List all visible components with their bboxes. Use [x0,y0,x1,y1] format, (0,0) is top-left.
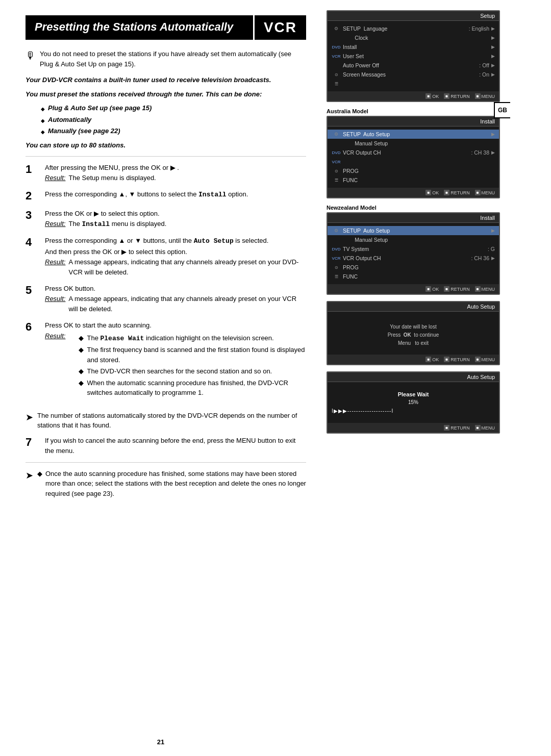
result-5: Result: A message appears, indicating th… [45,294,306,314]
screen-label-manualsetup-au: Manual Setup [343,140,495,146]
note-block-1: 🎙 You do not need to preset the stations… [26,49,306,69]
screen-3-header: Install [328,213,499,223]
result-label-4: Result: [45,257,65,278]
screen-row-autosetup-au: ⚙ SETUP Auto Setup ▶ [328,130,499,139]
screen-row-prog-nz: ⊙ PROG [328,263,499,272]
vcr-icon-3: VCR [332,255,341,262]
screen-5-footer: ■ RETURN ■ MENU [328,423,499,433]
step-5: 5 Press OK button. Result: A message app… [26,284,306,314]
screen-2: Install ⚙ SETUP Auto Setup ▶ Manual Setu… [327,116,500,198]
screen-1-header: Setup [328,11,499,21]
diamond-icon-2: ◆ [41,117,45,124]
bullet-text-2: Automatically [48,115,91,125]
step-content-2: Press the corresponding ▲, ▼ buttons to … [45,189,306,200]
bullet-item-1: ◆ Plug & Auto Set up (see page 15) [41,103,306,113]
footer-ok-1: ■ OK [425,93,439,99]
screen-row-manualsetup-nz: Manual Setup [328,235,499,244]
screen-label-vcroutch-nz: VCR Output CH [343,255,469,261]
screen-1: Setup ⚙ SETUP Language : English ▶ Clock… [327,10,500,102]
step-number-2: 2 [26,189,40,203]
step-content-5: Press OK button. Result: A message appea… [45,284,306,314]
arrow-icon-final: ➤ [26,469,33,483]
func-icon-1: ☰ [332,80,341,87]
step-content-1: After pressing the MENU, press the OK or… [45,163,306,183]
footer-menu-5: ■ MENU [475,425,495,431]
screen-row-screenmsg: ⊙ Screen Messages : On ▶ [328,70,499,79]
step-main-1: After pressing the MENU, press the OK or… [45,163,306,173]
auto-setup-msg-2: Press OK to continue [332,331,495,339]
sub-bullets-6: ◆ The Please Wait indication highlight o… [79,333,306,399]
func-icon-2: ☰ [332,177,341,184]
screen-row-prog-au: ⊙ PROG [328,166,499,175]
screen-row-func-au: ☰ FUNC [328,175,499,185]
screen-1-body: ⚙ SETUP Language : English ▶ Clock ▶ DVD… [328,21,499,91]
australia-model-label: Australia Model [327,108,500,114]
step-number-4: 4 [26,236,40,249]
title-bar: Presetting the Stations Automatically [26,15,253,40]
screen-1-footer: ■ OK ■ RETURN ■ MENU [328,91,499,101]
footer-return-2: ■ RETURN [444,190,469,195]
sub-bullet-6-2: ◆ The first frequency band is scanned an… [79,345,306,365]
page-header: Presetting the Stations Automatically VC… [26,15,306,40]
step-number-6: 6 [26,320,40,334]
diamond-sub-3: ◆ [79,366,84,376]
screen-4-body: Your date will be lost Press OK to conti… [328,312,499,355]
screen-2-body: ⚙ SETUP Auto Setup ▶ Manual Setup DVD VC… [328,127,499,188]
screen-label-install: Install [343,44,487,50]
screen-row-autopoweroff: Auto Power Off : Off ▶ [328,61,499,70]
step-content-7: If you wish to cancel the auto scanning … [45,436,306,456]
divider-2 [26,462,306,463]
sub-bullet-6-3: ◆ The DVD-VCR then searches for the seco… [79,366,306,376]
footer-ok-4: ■ OK [425,357,439,362]
sub-bullet-6-4: ◆ When the automatic scanning procedure … [79,378,306,398]
final-note-row: ➤ ◆ Once the auto scanning procedure has… [26,469,306,500]
step-content-3: Press the OK or ▶ to select this option.… [45,209,306,230]
func-icon-3: ☰ [332,273,341,280]
progress-track-line: I▶▶▶--------------------I [328,407,499,420]
note-text-2: The number of stations automatically sto… [37,411,306,431]
screen-icon-blank-2 [332,62,341,69]
screen-label-setup: SETUP Language [343,26,467,32]
bullet-list: ◆ Plug & Auto Set up (see page 15) ◆ Aut… [41,103,306,136]
bullet-text-3: Manually (see page 22) [48,126,120,136]
microphone-icon: 🎙 [26,50,36,62]
screen-row-userset: VCR User Set ▶ [328,52,499,61]
diamond-final: ◆ [37,469,42,499]
screen-row-vcr-au: VCR [328,157,499,166]
screen-3-wrapper: Newzealand Model Install ⚙ SETUP Auto Se… [327,205,500,295]
bullet-item-3: ◆ Manually (see page 22) [41,126,306,136]
prog-icon-1: ⊙ [332,71,341,78]
result-1: Result: The Setup menu is displayed. [45,173,306,183]
diamond-sub-2: ◆ [79,345,84,365]
bold-para-1: Your DVD-VCR contains a built-in tuner u… [26,75,306,85]
screen-4-header: Auto Setup [328,302,499,312]
footer-ok-2: ■ OK [425,190,439,195]
screen-row-func-nz: ☰ FUNC [328,272,499,281]
step-content-4: Press the corresponding ▲ or ▼ buttons, … [45,236,306,278]
screen-row-func-1: ☰ [328,79,499,88]
screen-2-footer: ■ OK ■ RETURN ■ MENU [328,188,499,197]
screen-row-clock: Clock ▶ [328,33,499,42]
screen-label-clock: Clock [343,35,487,41]
result-text-4: A message appears, indicating that any c… [68,257,306,278]
step-main-5: Press OK button. [45,284,306,294]
vcr-badge: VCR [255,15,306,40]
screen-row-vcroutch-nz: VCR VCR Output CH : CH 36 ▶ [328,254,499,263]
footer-return-5: ■ RETURN [444,425,469,431]
screen-5: Auto Setup Please Wait 15% I▶▶▶---------… [327,371,500,434]
screen-label-autopoweroff: Auto Power Off [343,62,477,68]
screen-row-manualsetup-au: Manual Setup [328,139,499,148]
setup-icon-3: ⚙ [332,227,341,234]
nz-model-label: Newzealand Model [327,205,500,211]
step-main-7: If you wish to cancel the auto scanning … [45,436,306,456]
result-6: Result: ◆ The Please Wait indication hig… [45,331,306,399]
footer-menu-2: ■ MENU [475,190,495,195]
percent-text: 15% [328,399,499,407]
progress-chars: I▶▶▶--------------------I [332,408,393,414]
arrow-icon-2: ➤ [26,411,33,424]
screen-2-wrapper: Australia Model Install ⚙ SETUP Auto Set… [327,108,500,198]
step-main-4: Press the corresponding ▲ or ▼ buttons, … [45,236,306,246]
result-text-5: A message appears, indicating that any c… [68,294,306,314]
screen-row-setup-language: ⚙ SETUP Language : English ▶ [328,24,499,33]
step-6: 6 Press OK to start the auto scanning. R… [26,320,306,399]
